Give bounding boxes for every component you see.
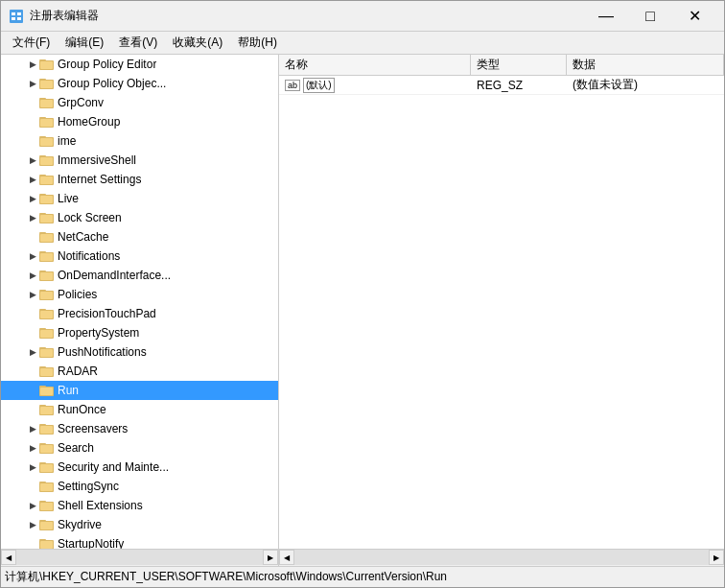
data-rows: ab (默认) REG_SZ (数值未设置)	[279, 76, 724, 549]
tree-item[interactable]: ▶ Group Policy Editor	[1, 55, 278, 74]
svg-rect-9	[39, 79, 46, 81]
svg-rect-73	[40, 483, 53, 491]
tree-item[interactable]: ▶ Security and Mainte...	[1, 458, 278, 477]
svg-rect-54	[39, 366, 46, 368]
tree-item[interactable]: ▶ PushNotifications	[1, 342, 278, 362]
horizontal-scroll-bar[interactable]: ◀ ▶ ◀ ▶	[1, 549, 724, 566]
tree-item[interactable]: NetCache	[1, 227, 278, 247]
tree-item-label: Shell Extensions	[58, 499, 143, 512]
svg-rect-6	[39, 59, 46, 61]
folder-icon	[39, 365, 55, 378]
tree-item[interactable]: RADAR	[1, 362, 278, 381]
svg-rect-81	[39, 539, 46, 541]
menu-view[interactable]: 查看(V)	[111, 33, 165, 53]
folder-icon	[39, 77, 55, 90]
tree-item-label: OnDemandInterface...	[58, 269, 171, 282]
tree-item[interactable]: ▶ Notifications	[1, 247, 278, 266]
tree-item-label: Security and Mainte...	[58, 460, 169, 474]
data-scroll-left[interactable]: ◀	[279, 550, 294, 565]
expand-arrow-icon[interactable]: ▶	[26, 288, 39, 301]
tree-item[interactable]: SettingSync	[1, 477, 278, 496]
svg-rect-75	[39, 501, 46, 503]
registry-tree[interactable]: ▶ Group Policy Editor▶ Group Policy Obje…	[1, 55, 279, 549]
default-name-label: (默认)	[303, 78, 335, 93]
svg-rect-21	[39, 155, 46, 157]
folder-icon	[39, 96, 55, 109]
scroll-thumb[interactable]	[16, 550, 263, 565]
data-scroll-thumb[interactable]	[294, 550, 709, 565]
expand-arrow-icon[interactable]: ▶	[26, 58, 39, 71]
menu-file[interactable]: 文件(F)	[5, 33, 58, 53]
col-header-type: 类型	[471, 55, 567, 75]
expand-arrow-icon[interactable]: ▶	[26, 518, 39, 531]
scroll-left-button[interactable]: ◀	[1, 550, 16, 565]
tree-item-label: Screensavers	[58, 422, 128, 435]
tree-item[interactable]: ▶ Live	[1, 189, 278, 208]
svg-rect-66	[39, 443, 46, 445]
expand-arrow-icon[interactable]: ▶	[26, 249, 39, 263]
expand-arrow-icon[interactable]: ▶	[26, 499, 39, 512]
folder-icon	[39, 153, 55, 167]
expand-arrow-icon[interactable]: ▶	[26, 269, 39, 282]
svg-rect-70	[40, 464, 53, 472]
data-scroll-right[interactable]: ▶	[709, 550, 724, 565]
scroll-right-button[interactable]: ▶	[263, 550, 278, 565]
svg-rect-30	[39, 213, 46, 215]
tree-item[interactable]: ime	[1, 131, 278, 151]
minimize-button[interactable]: —	[584, 1, 628, 32]
tree-item-label: PushNotifications	[58, 345, 147, 359]
tree-item[interactable]: StartupNotify	[1, 534, 278, 549]
tree-item[interactable]: ▶ Policies	[1, 285, 278, 304]
svg-rect-33	[39, 232, 46, 234]
tree-item-label: PropertySystem	[58, 326, 139, 340]
close-button[interactable]: ✕	[672, 1, 716, 32]
tree-item-label: Search	[58, 441, 94, 455]
maximize-button[interactable]: □	[628, 1, 672, 32]
expand-arrow-icon[interactable]: ▶	[26, 211, 39, 224]
tree-item-label: Notifications	[58, 249, 120, 263]
tree-item[interactable]: ▶ Internet Settings	[1, 170, 278, 189]
svg-rect-7	[40, 61, 53, 69]
tree-item[interactable]: ▶ Shell Extensions	[1, 496, 278, 515]
expand-arrow-icon[interactable]: ▶	[26, 460, 39, 474]
tree-item[interactable]: ▶ ImmersiveShell	[1, 151, 278, 170]
tree-item[interactable]: ▶ Search	[1, 438, 278, 458]
tree-item[interactable]: ▶ Screensavers	[1, 419, 278, 438]
tree-item[interactable]: PropertySystem	[1, 323, 278, 342]
folder-icon	[39, 345, 55, 359]
svg-rect-24	[39, 175, 46, 176]
data-row-default[interactable]: ab (默认) REG_SZ (数值未设置)	[279, 76, 724, 95]
svg-rect-31	[40, 215, 53, 223]
tree-item[interactable]: PrecisionTouchPad	[1, 304, 278, 323]
tree-item[interactable]: ▶ OnDemandInterface...	[1, 266, 278, 285]
tree-item[interactable]: RunOnce	[1, 400, 278, 419]
svg-rect-13	[40, 100, 53, 107]
tree-item[interactable]: ▶ Skydrive	[1, 515, 278, 534]
expand-arrow-icon[interactable]: ▶	[26, 77, 39, 90]
data-header: 名称 类型 数据	[279, 55, 724, 76]
svg-rect-19	[40, 138, 53, 146]
expand-arrow-icon[interactable]: ▶	[26, 422, 39, 435]
expand-arrow-icon[interactable]: ▶	[26, 345, 39, 359]
menu-edit[interactable]: 编辑(E)	[58, 33, 111, 53]
menu-help[interactable]: 帮助(H)	[230, 33, 285, 53]
svg-rect-2	[17, 12, 21, 15]
tree-item[interactable]: Run	[1, 381, 278, 400]
reg-ab-icon: ab	[285, 80, 300, 91]
svg-rect-10	[40, 81, 53, 88]
menu-favorites[interactable]: 收藏夹(A)	[165, 33, 230, 53]
expand-arrow-icon[interactable]: ▶	[26, 173, 39, 186]
svg-rect-49	[40, 330, 53, 338]
tree-item[interactable]: HomeGroup	[1, 112, 278, 131]
tree-item[interactable]: ▶ Lock Screen	[1, 208, 278, 227]
expand-arrow-icon[interactable]: ▶	[26, 192, 39, 205]
svg-rect-52	[40, 349, 53, 357]
svg-rect-42	[39, 290, 46, 292]
folder-icon	[39, 499, 55, 512]
folder-icon	[39, 249, 55, 263]
tree-item[interactable]: ▶ Group Policy Objec...	[1, 74, 278, 93]
svg-rect-69	[39, 462, 46, 464]
tree-item[interactable]: GrpConv	[1, 93, 278, 112]
expand-arrow-icon[interactable]: ▶	[26, 153, 39, 167]
expand-arrow-icon[interactable]: ▶	[26, 441, 39, 455]
